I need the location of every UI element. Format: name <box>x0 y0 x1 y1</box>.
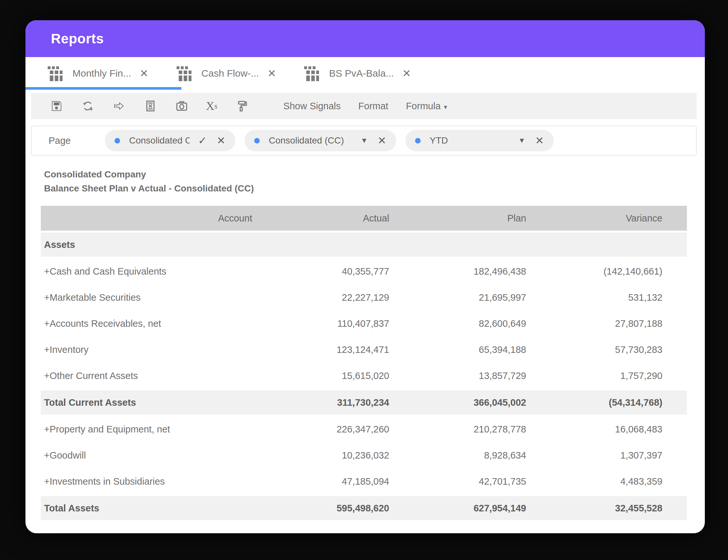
run-forward-icon[interactable] <box>112 99 126 113</box>
format-button[interactable]: Format <box>358 101 388 112</box>
formula-menu-button[interactable]: Formula▾ <box>406 101 447 112</box>
account-cell[interactable]: +Property and Equipment, net <box>41 424 267 435</box>
variance-cell: 16,068,483 <box>541 424 687 435</box>
plan-cell: 210,278,778 <box>404 424 541 435</box>
filter-chip-ytd[interactable]: YTD ▼ ✕ <box>405 130 554 151</box>
window-title: Reports <box>51 31 104 47</box>
actual-cell: 47,185,094 <box>267 476 404 487</box>
close-icon[interactable]: ✕ <box>217 134 225 147</box>
formula-subscript-icon[interactable]: Xs <box>206 99 217 113</box>
account-cell[interactable]: +Investments in Subsidiaries <box>41 476 267 487</box>
format-painter-icon[interactable] <box>234 99 249 113</box>
account-cell[interactable]: Total Current Assets <box>41 397 267 408</box>
close-icon[interactable]: ✕ <box>378 134 386 147</box>
window-titlebar: Reports <box>25 20 705 57</box>
report-blocks-icon <box>47 65 64 82</box>
desktop-background: Reports Monthly Fin... ✕ Cash Flow-... ✕ <box>0 0 728 560</box>
tab-bs-pva[interactable]: BS PvA-Bala... ✕ <box>303 65 411 82</box>
close-icon[interactable]: ✕ <box>535 134 544 147</box>
plan-cell: 65,394,188 <box>404 344 541 355</box>
table-row[interactable]: +Accounts Receivables, net 110,407,837 8… <box>41 310 687 336</box>
actual-cell: 40,355,777 <box>267 266 404 277</box>
actual-cell: 311,730,234 <box>267 397 404 408</box>
report-blocks-icon <box>176 65 193 82</box>
caret-down-icon[interactable]: ▼ <box>518 136 525 145</box>
variance-cell: (142,140,661) <box>541 266 687 277</box>
variance-cell: (54,314,768) <box>541 397 687 408</box>
variance-cell: 32,455,528 <box>541 503 687 514</box>
account-cell[interactable]: +Goodwill <box>41 450 267 461</box>
tab-monthly-fin[interactable]: Monthly Fin... ✕ <box>47 65 148 82</box>
table-row[interactable]: Assets <box>41 233 687 257</box>
table-row[interactable]: +Investments in Subsidiaries 47,185,094 … <box>41 468 687 494</box>
table-row[interactable]: +Inventory 123,124,471 65,394,188 57,730… <box>41 336 687 363</box>
account-cell[interactable]: +Accounts Receivables, net <box>41 318 267 329</box>
plan-cell: 21,695,997 <box>404 292 541 303</box>
table-body: Assets +Cash and Cash Equivalents 40,355… <box>41 233 687 520</box>
report-name-title: Balance Sheet Plan v Actual - Consolidat… <box>44 181 705 195</box>
chip-label: Consolidated Co... <box>129 135 190 146</box>
plan-cell: 8,928,634 <box>404 450 541 461</box>
actual-cell: 595,498,620 <box>267 503 404 514</box>
show-signals-button[interactable]: Show Signals <box>283 101 341 112</box>
account-cell[interactable]: +Inventory <box>41 344 267 355</box>
filter-chip-consolidated-cc[interactable]: Consolidated (CC) ▼ ✕ <box>244 130 396 151</box>
chip-label: Consolidated (CC) <box>269 135 344 146</box>
plan-cell: 82,600,649 <box>404 318 541 329</box>
tab-bar: Monthly Fin... ✕ Cash Flow-... ✕ BS PvA-… <box>25 57 705 90</box>
plan-cell: 366,045,002 <box>404 397 541 408</box>
account-cell[interactable]: +Other Current Assets <box>41 370 267 381</box>
account-cell[interactable]: Assets <box>41 240 267 250</box>
table-row[interactable]: +Cash and Cash Equivalents 40,355,777 18… <box>41 258 687 284</box>
caret-down-icon[interactable]: ▼ <box>361 136 368 145</box>
chip-dot-icon <box>415 138 421 144</box>
page-label: Page <box>49 135 71 146</box>
close-icon[interactable]: ✕ <box>402 68 411 79</box>
close-icon[interactable]: ✕ <box>268 68 276 79</box>
account-cell[interactable]: Total Assets <box>41 503 267 514</box>
column-header-account[interactable]: Account <box>41 213 267 224</box>
table-row[interactable]: Total Current Assets 311,730,234 366,045… <box>41 390 687 414</box>
tab-label: BS PvA-Bala... <box>329 68 394 79</box>
variance-cell: 27,807,188 <box>541 318 687 329</box>
filter-chip-consolidated-company[interactable]: Consolidated Co... ✓ ✕ <box>105 130 235 151</box>
report-company-title: Consolidated Company <box>44 167 705 181</box>
column-header-plan[interactable]: Plan <box>404 213 541 224</box>
snapshot-camera-icon[interactable] <box>175 99 189 113</box>
table-row[interactable]: Total Assets 595,498,620 627,954,149 32,… <box>41 496 687 520</box>
page-filter-bar: Page Consolidated Co... ✓ ✕ Consolidated… <box>31 126 697 156</box>
actual-cell: 22,227,129 <box>267 292 404 303</box>
chip-dot-icon <box>254 138 260 144</box>
actual-cell: 15,615,020 <box>267 370 404 381</box>
table-row[interactable]: +Goodwill 10,236,032 8,928,634 1,307,397 <box>41 442 687 468</box>
balance-sheet-table: Account Actual Plan Variance Assets +Cas… <box>41 206 687 520</box>
check-icon[interactable]: ✓ <box>198 134 207 147</box>
variance-cell: 1,757,290 <box>541 370 687 381</box>
table-row[interactable]: +Other Current Assets 15,615,020 13,857,… <box>41 363 687 389</box>
column-header-variance[interactable]: Variance <box>541 213 687 224</box>
save-icon[interactable] <box>49 99 64 113</box>
table-row[interactable]: +Property and Equipment, net 226,347,260… <box>41 416 687 442</box>
plan-cell: 627,954,149 <box>404 503 541 514</box>
actual-cell: 123,124,471 <box>267 344 404 355</box>
account-cell[interactable]: +Cash and Cash Equivalents <box>41 266 267 277</box>
close-icon[interactable]: ✕ <box>140 68 148 79</box>
variance-cell: 4,483,359 <box>541 476 687 487</box>
chip-dot-icon <box>115 138 120 144</box>
export-excel-icon[interactable] <box>143 99 158 113</box>
column-header-actual[interactable]: Actual <box>267 213 404 224</box>
report-title-block: Consolidated Company Balance Sheet Plan … <box>44 167 705 195</box>
actual-cell: 10,236,032 <box>267 450 404 461</box>
table-row[interactable]: +Marketable Securities 22,227,129 21,695… <box>41 284 687 310</box>
report-blocks-icon <box>303 65 320 82</box>
account-cell[interactable]: +Marketable Securities <box>41 292 267 303</box>
tab-cash-flow[interactable]: Cash Flow-... ✕ <box>176 65 276 82</box>
plan-cell: 42,701,735 <box>404 476 541 487</box>
plan-cell: 13,857,729 <box>404 370 541 381</box>
tab-label: Monthly Fin... <box>72 68 131 79</box>
table-header-row: Account Actual Plan Variance <box>41 206 687 231</box>
refresh-icon[interactable] <box>81 99 95 113</box>
variance-cell: 1,307,397 <box>541 450 687 461</box>
active-tab-indicator <box>25 87 181 90</box>
tab-label: Cash Flow-... <box>201 68 259 79</box>
